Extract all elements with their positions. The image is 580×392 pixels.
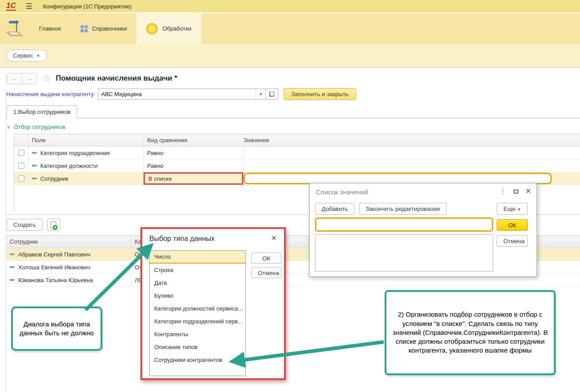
ribbon-tab-main-label: Главное — [39, 25, 61, 32]
employee-name: Холоша Евгений Иванович — [18, 264, 90, 271]
filter-header-comparison: Вид сравнения — [144, 134, 244, 146]
list-item-counterparty-employees[interactable]: Сотрудники контрагентов — [150, 353, 245, 366]
chevron-down-icon: ▼ — [517, 207, 521, 212]
value-list-area[interactable] — [315, 234, 493, 272]
list-item-department-categories[interactable]: Категории подразделений серв... — [150, 315, 245, 328]
value-list-dialog-title: Список значений — [316, 188, 368, 196]
filter-field: Категория подразделения — [40, 150, 110, 156]
row-marker-icon — [32, 178, 37, 179]
tab-employee-selection[interactable]: 1.Выбор сотрудников — [7, 105, 77, 118]
1c-logo: 1С — [6, 2, 16, 11]
filter-field: Сотрудник — [40, 175, 68, 182]
more-menu-icon[interactable]: ⋮ — [500, 187, 506, 195]
list-item-date[interactable]: Дата — [150, 276, 245, 289]
title-bar: 1С ☰ Конфигурация (1С:Предприятие) — [0, 0, 580, 13]
ribbon-tab-catalogs-label: Справочники — [92, 25, 127, 32]
main-menu-icon[interactable]: ☰ — [26, 2, 32, 11]
counterparty-dropdown-icon[interactable]: ▼ — [256, 89, 265, 99]
list-item-type-description[interactable]: Описание типов — [150, 341, 245, 353]
more-button[interactable]: Еще ▼ — [497, 203, 528, 215]
history-nav-group: ← → — [7, 73, 37, 84]
filter-section-label: Отбор сотрудников — [14, 124, 65, 130]
filter-section-header[interactable]: ∨ Отбор сотрудников — [7, 124, 580, 130]
add-button[interactable]: Добавить — [315, 203, 354, 215]
list-item-counterparties[interactable]: Контрагенты — [150, 328, 245, 341]
maximize-icon[interactable] — [514, 190, 518, 194]
counterparty-open-icon[interactable] — [265, 89, 278, 99]
more-button-label: Еще — [503, 206, 515, 212]
service-menu-label: Сервис — [13, 52, 33, 59]
row-marker-icon — [32, 152, 37, 154]
filter-comparison-highlighted[interactable]: В списке — [144, 172, 243, 185]
counterparty-row: Начисление выдачи контрагенту: АВС Медиц… — [4, 88, 580, 100]
filter-field: Категория должности — [40, 163, 97, 169]
ok-button[interactable]: ОК — [251, 252, 281, 264]
row-marker-icon — [10, 279, 15, 281]
counterparty-label: Начисление выдачи контрагенту: — [6, 91, 95, 97]
service-menu-button[interactable]: Сервис ▼ — [6, 50, 47, 62]
service-toolbar: Сервис ▼ — [0, 44, 580, 68]
list-item-position-categories[interactable]: Категории должностей сервиса... — [150, 302, 245, 315]
row-checkbox[interactable] — [18, 163, 24, 169]
table-row[interactable]: Категория должности Равно — [14, 159, 580, 172]
filter-table-header: Поле Вид сравнения Значение — [14, 134, 580, 147]
row-checkbox[interactable] — [18, 175, 24, 182]
filter-value[interactable] — [244, 147, 580, 159]
catalogs-grid-icon — [81, 25, 88, 32]
favorite-star-icon[interactable]: ☆ — [43, 73, 51, 84]
value-list-dialog: Список значений ⋮ ✕ Добавить Закончить р… — [309, 183, 537, 277]
filter-header-field: Поле — [28, 134, 144, 146]
lamp-icon — [4, 20, 25, 38]
row-checkbox[interactable] — [18, 150, 24, 156]
filter-table: Поле Вид сравнения Значение Категория по… — [14, 134, 580, 185]
list-item-string[interactable]: Строка — [150, 264, 245, 276]
window-title: Конфигурация (1С:Предприятие) — [43, 3, 132, 10]
filter-comparison[interactable]: Равно — [144, 159, 243, 172]
page-plus-icon — [51, 221, 56, 229]
type-dialog-title: Выбор типа данных — [149, 235, 214, 243]
value-input-highlighted[interactable] — [315, 217, 493, 232]
cancel-button[interactable]: Отмена — [251, 267, 281, 278]
chevron-down-icon: ∨ — [7, 124, 10, 130]
fill-and-close-button[interactable]: Заполнить и закрыть — [284, 88, 356, 100]
finish-editing-button[interactable]: Закончить редактирование — [359, 203, 447, 215]
close-icon[interactable]: ✕ — [526, 188, 531, 195]
annotation-right-note: 2) Организовать подбор сотрудников в отб… — [385, 290, 556, 375]
counterparty-value[interactable]: АВС Медицина — [98, 89, 256, 99]
desktop-lamp-icon[interactable] — [0, 20, 29, 38]
table-row[interactable]: Категория подразделения Равно — [14, 147, 580, 159]
create-button[interactable]: Создать — [7, 219, 43, 231]
close-icon[interactable]: ✕ — [271, 235, 277, 242]
app-window: 1С ☰ Конфигурация (1С:Предприятие) Главн… — [0, 0, 580, 392]
page-title: Помощник начисления выдачи * — [56, 74, 177, 83]
annotation-left-note: Диалога выбора типа данных быть не должн… — [11, 307, 102, 351]
ribbon-tab-dataprocessors-label: Обработки — [162, 25, 191, 32]
employee-name: Юманова Татьяна Юрьевна — [18, 277, 93, 283]
ok-button[interactable]: ОК — [497, 219, 528, 231]
type-selection-dialog: Выбор типа данных ✕ Число Строка Дата Бу… — [140, 227, 286, 380]
employee-name: Абрамов Сергей Павлович — [18, 251, 90, 258]
type-list: Число Строка Дата Булево Категории должн… — [149, 250, 246, 376]
counterparty-field[interactable]: АВС Медицина ▼ — [98, 89, 278, 100]
list-item-number[interactable]: Число — [150, 251, 245, 264]
navigation-row: ← → ☆ Помощник начисления выдачи * — [7, 72, 580, 85]
filter-comparison[interactable]: Равно — [144, 147, 243, 159]
section-ribbon: Главное Справочники Обработки — [0, 13, 580, 44]
create-by-copy-button[interactable] — [47, 219, 60, 231]
row-marker-icon — [10, 253, 15, 255]
ribbon-tab-catalogs[interactable]: Справочники — [71, 13, 137, 44]
filter-header-value: Значение — [244, 134, 580, 146]
chevron-down-icon: ▼ — [36, 54, 40, 58]
filter-header-checkbox-col — [14, 134, 28, 146]
row-marker-icon — [10, 266, 15, 268]
filter-value[interactable] — [244, 159, 580, 172]
employees-header-name: Сотрудник — [6, 236, 131, 248]
form-tabs: 1.Выбор сотрудников — [6, 105, 580, 118]
back-button[interactable]: ← — [8, 74, 22, 84]
cancel-button[interactable]: Отмена — [497, 235, 528, 247]
ribbon-tab-main[interactable]: Главное — [29, 13, 71, 44]
forward-button[interactable]: → — [22, 74, 37, 84]
ribbon-tab-dataprocessors[interactable]: Обработки — [136, 13, 201, 44]
dataprocessor-circle-icon — [146, 23, 158, 35]
list-item-boolean[interactable]: Булево — [150, 289, 245, 302]
